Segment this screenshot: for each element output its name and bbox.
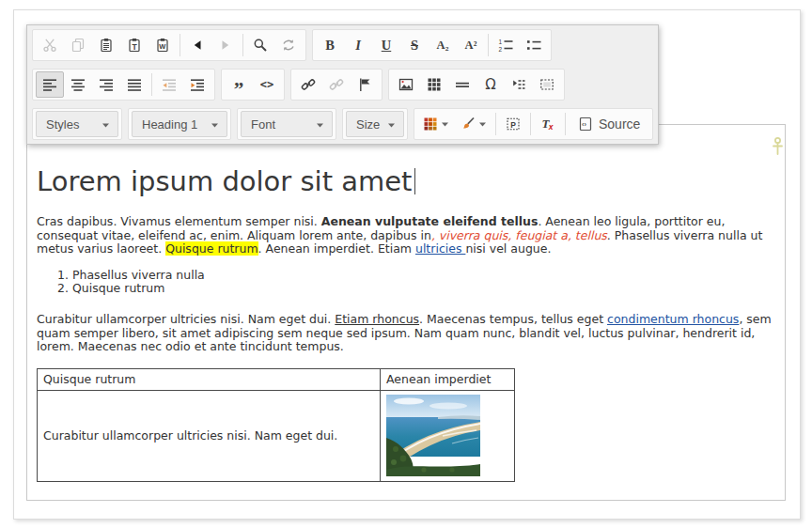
svg-text:‹›: ‹› xyxy=(582,120,586,129)
toolbar-group: ”<> xyxy=(221,69,285,101)
text-run: nisi vel augue. xyxy=(465,241,551,256)
text-run: Cras dapibus. Vivamus elementum semper n… xyxy=(37,214,321,228)
special-character-button[interactable]: Ω xyxy=(476,71,505,98)
copy-button[interactable] xyxy=(64,32,92,58)
anchor-handle-icon xyxy=(771,136,785,157)
remove-format-button[interactable]: Tx xyxy=(534,111,562,137)
styles-combo[interactable]: Styles xyxy=(36,111,118,137)
show-blocks-button[interactable]: P xyxy=(499,111,527,137)
link-button[interactable] xyxy=(294,71,322,98)
text-run: . Aenean imperdiet. Etiam xyxy=(258,241,415,256)
align-left-icon xyxy=(42,77,57,92)
underline-icon: U xyxy=(382,38,391,54)
paste-icon xyxy=(99,38,114,53)
image-button[interactable] xyxy=(392,71,420,98)
toolbar-group: Font xyxy=(237,108,336,140)
table-cell[interactable] xyxy=(381,390,515,481)
svg-text:W: W xyxy=(159,42,166,51)
toolbar-row: ”<>Ω xyxy=(27,65,570,104)
anchor-button[interactable] xyxy=(351,71,379,98)
unlink-button[interactable] xyxy=(322,71,351,98)
source-button-label: Source xyxy=(599,116,640,132)
ul-icon xyxy=(526,38,541,53)
cut-button[interactable] xyxy=(36,32,64,58)
toolbar-group: Heading 1 xyxy=(128,108,231,140)
hr-icon xyxy=(455,77,470,92)
find-button[interactable] xyxy=(246,32,274,58)
svg-text:2: 2 xyxy=(499,46,503,53)
horizontal-rule-button[interactable] xyxy=(448,71,476,98)
show-blocks-icon: P xyxy=(506,116,521,132)
strikethrough-button[interactable]: S xyxy=(400,32,429,58)
size-combo[interactable]: Size xyxy=(346,111,404,137)
align-right-icon xyxy=(99,77,114,92)
chevron-down-icon xyxy=(387,117,396,132)
text-run: . Maecenas tempus, tellus eget xyxy=(419,312,607,326)
decrease-indent-button[interactable] xyxy=(155,71,183,98)
paste-from-word-button[interactable]: W xyxy=(148,32,177,58)
text-cursor xyxy=(414,168,415,194)
blockquote-button[interactable]: ” xyxy=(225,71,253,98)
paste-plain-text-button[interactable]: T xyxy=(120,32,148,58)
image-icon xyxy=(398,77,414,92)
increase-indent-button[interactable] xyxy=(183,71,211,98)
inline-link[interactable]: ultricies xyxy=(415,241,465,256)
rich-text-editing-area[interactable]: Lorem ipsum dolor sit amet Cras dapibus.… xyxy=(26,124,786,501)
toolbar-separator xyxy=(180,34,180,56)
table-cell[interactable]: Curabitur ullamcorper ultricies nisi. Na… xyxy=(38,390,381,481)
background-color-button[interactable] xyxy=(455,111,492,137)
ol-icon: 12 xyxy=(498,38,513,53)
toolbar-row: StylesHeading 1FontSizePTx‹›Source xyxy=(27,104,658,144)
toolbar-separator xyxy=(565,113,566,135)
align-left-button[interactable] xyxy=(36,71,64,98)
svg-text:x: x xyxy=(548,122,554,132)
undo-button[interactable] xyxy=(183,32,211,58)
font-combo[interactable]: Font xyxy=(241,111,333,137)
copy-icon xyxy=(70,38,86,53)
table-header-cell[interactable]: Quisque rutrum xyxy=(38,368,381,390)
link-icon xyxy=(301,77,316,92)
iframe-button[interactable] xyxy=(533,71,561,98)
format-combo[interactable]: Heading 1 xyxy=(132,111,227,137)
superscript-button[interactable]: A² xyxy=(457,32,485,58)
blockquote-icon: ” xyxy=(234,78,244,92)
align-justify-button[interactable] xyxy=(120,71,148,98)
bulleted-list-button[interactable] xyxy=(520,32,548,58)
chevron-down-icon xyxy=(102,117,110,132)
toolbar-separator xyxy=(488,34,489,56)
document-heading: Lorem ipsum dolor sit amet xyxy=(37,166,775,198)
text-run: Aenean vulputate eleifend tellus xyxy=(321,214,539,228)
table-button[interactable] xyxy=(420,71,448,98)
source-button[interactable]: ‹›Source xyxy=(569,111,649,137)
paste-button[interactable] xyxy=(92,32,120,58)
toolbar-separator xyxy=(242,34,243,56)
size-combo-label: Size xyxy=(356,117,380,132)
create-div-icon: <> xyxy=(260,78,273,91)
replace-button[interactable] xyxy=(274,32,303,58)
toolbar-group: TW xyxy=(32,29,306,61)
subscript-button[interactable]: A₂ xyxy=(429,32,457,58)
align-right-button[interactable] xyxy=(92,71,120,98)
color-grid-icon xyxy=(423,116,438,132)
numbered-list-button[interactable]: 12 xyxy=(492,32,520,58)
italic-button[interactable]: I xyxy=(344,32,372,58)
subscript-icon: A₂ xyxy=(437,39,449,53)
table-header-cell[interactable]: Aenean imperdiet xyxy=(381,368,515,390)
text-color-button[interactable] xyxy=(417,111,455,137)
align-center-button[interactable] xyxy=(64,71,92,98)
toolbar-separator xyxy=(495,113,496,135)
text-run: , viverra quis, feugiat a, tellus xyxy=(431,228,607,242)
bold-button[interactable]: B xyxy=(316,32,344,58)
toolbar-group: PTx‹›Source xyxy=(414,108,653,140)
source-icon: ‹› xyxy=(578,116,593,132)
font-combo-label: Font xyxy=(251,117,275,132)
text-run: Quisque rutrum xyxy=(165,241,258,256)
inline-link[interactable]: condimentum rhoncus xyxy=(607,312,739,326)
page-break-button[interactable] xyxy=(505,71,533,98)
beach-photo[interactable] xyxy=(386,395,480,476)
align-center-icon xyxy=(70,77,86,92)
underline-button[interactable]: U xyxy=(372,32,400,58)
create-div-button[interactable]: <> xyxy=(253,71,281,98)
numbered-list: Phasellus viverra nulla Quisque rutrum xyxy=(37,269,775,296)
redo-button[interactable] xyxy=(211,32,240,58)
